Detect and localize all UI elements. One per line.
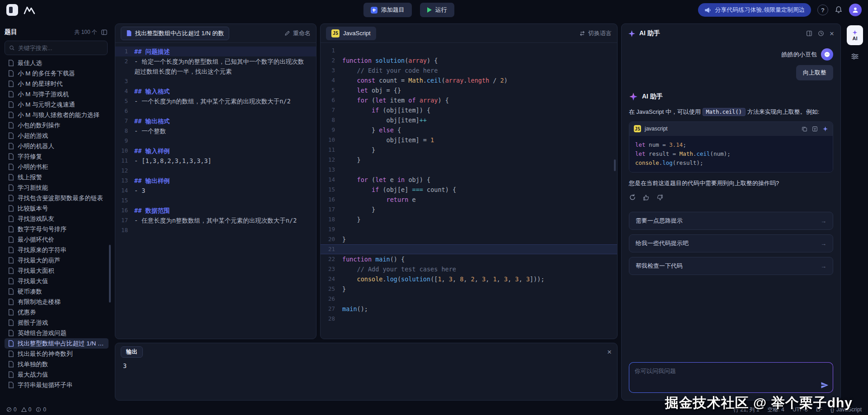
code-lines[interactable]: 1 2function solution(array) {3 // Edit y…	[321, 43, 617, 339]
sidebar-item[interactable]: 最大战力值	[5, 369, 108, 380]
editor-scrollbar[interactable]	[614, 159, 616, 171]
search-input[interactable]	[18, 45, 103, 51]
sidebar-item[interactable]: 线上报警	[5, 172, 108, 182]
bell-icon[interactable]	[835, 6, 843, 14]
code-line[interactable]: 27main();	[321, 304, 617, 314]
tab-javascript[interactable]: JS JavaScript	[326, 27, 376, 40]
markdown-line[interactable]: 3	[115, 76, 316, 86]
send-icon[interactable]	[821, 381, 829, 389]
code-line[interactable]: 19	[321, 224, 617, 234]
encoding[interactable]: UTF-8	[793, 406, 808, 413]
copy-code-icon[interactable]	[802, 126, 807, 132]
sidebar-item[interactable]: 小 M 的星球时代	[5, 79, 108, 89]
code-line[interactable]: 16 return e	[321, 195, 617, 205]
markdown-line[interactable]: 1## 问题描述	[115, 47, 316, 56]
settings-icon[interactable]	[851, 52, 859, 61]
code-line[interactable]: 25}	[321, 284, 617, 294]
sidebar-item[interactable]: 优惠券	[5, 307, 108, 317]
ai-question-input[interactable]	[629, 363, 833, 392]
sidebar-item[interactable]: 找出最长的神奇数列	[5, 349, 108, 359]
sidebar-item[interactable]: 寻找游戏队友	[5, 214, 108, 224]
cursor-position[interactable]: 行 21, 列 1	[733, 406, 759, 414]
sidebar-item[interactable]: 找单独的数	[5, 359, 108, 369]
sidebar-item[interactable]: 字符串最短循环子串	[5, 380, 108, 390]
ai-toggle-button[interactable]: AI	[847, 25, 863, 45]
close-output-icon[interactable]: ×	[607, 348, 612, 356]
sidebar-item[interactable]: 小包的数列操作	[5, 120, 108, 131]
code-line[interactable]: 24 console.log(solution([1, 3, 8, 2, 3, …	[321, 274, 617, 284]
sidebar-item[interactable]: 比较版本号	[5, 203, 108, 214]
code-line[interactable]: 8 obj[item]++	[321, 115, 617, 125]
sidebar-item[interactable]: 小 M 与狼人拯救者的能力选择	[5, 110, 108, 120]
promo-banner[interactable]: 分享代码练习体验,领限量定制周边	[698, 3, 811, 17]
errors-indicator[interactable]: 0	[6, 406, 17, 413]
ai-suggestion-button[interactable]: 需要一点思路提示→	[629, 212, 833, 230]
code-line[interactable]: 2function solution(array) {	[321, 56, 617, 65]
eol[interactable]: LF	[816, 406, 822, 413]
markdown-lines[interactable]: 1## 问题描述2- 给定一个长度为n的整型数组，已知其中一个数字的出现次数超过…	[115, 43, 316, 339]
sidebar-item[interactable]: 小 M 与元明之魂速通	[5, 99, 108, 110]
code-line[interactable]: 15 if (obj[e] === count) {	[321, 185, 617, 195]
code-line[interactable]: 28	[321, 314, 617, 324]
thumbs-up-icon[interactable]	[643, 194, 650, 201]
expand-panel-icon[interactable]	[806, 30, 812, 37]
markdown-line[interactable]: 14- 3	[115, 186, 316, 196]
code-line[interactable]: 12 }	[321, 155, 617, 165]
warnings-indicator[interactable]: 0	[21, 406, 32, 413]
code-line[interactable]: 4 const count = Math.ceil(array.length /…	[321, 75, 617, 85]
sidebar-item[interactable]: 寻找最大面积	[5, 266, 108, 276]
code-line[interactable]: 22function main() {	[321, 254, 617, 264]
markdown-line[interactable]: 17- 任意长度为n整数数组，其中某个元素的出现次数大于n/2	[115, 215, 316, 225]
markdown-line[interactable]: 7## 输出格式	[115, 116, 316, 126]
sidebar-item[interactable]: 学习新技能	[5, 182, 108, 193]
code-line[interactable]: 21	[321, 244, 617, 254]
sidebar-item[interactable]: 最佳人选	[5, 58, 108, 68]
code-line[interactable]: 6 for (let item of array) {	[321, 95, 617, 105]
help-icon[interactable]: ?	[817, 5, 828, 15]
code-line[interactable]: 14 for (let e in obj) {	[321, 175, 617, 185]
history-icon[interactable]	[818, 30, 824, 37]
sidebar-item[interactable]: 寻找最大值	[5, 276, 108, 286]
code-line[interactable]: 10 obj[item] = 1	[321, 135, 617, 145]
markdown-line[interactable]: 8- 一个整数	[115, 126, 316, 136]
sidebar-item[interactable]: 硬币凑数	[5, 286, 108, 297]
sidebar-scrollbar[interactable]	[109, 245, 111, 303]
sidebar-item[interactable]: 英雄组合游戏问题	[5, 328, 108, 338]
sidebar-item[interactable]: 小 M 的多任务下载器	[5, 68, 108, 79]
code-line[interactable]: 26	[321, 294, 617, 304]
thumbs-down-icon[interactable]	[656, 194, 663, 201]
switch-language-button[interactable]: 切换语言	[579, 29, 612, 37]
code-line[interactable]: 17 }	[321, 205, 617, 214]
markdown-line[interactable]: 9	[115, 136, 316, 146]
sidebar-item[interactable]: 小明的书柜	[5, 162, 108, 172]
app-icon[interactable]	[6, 4, 18, 16]
markdown-line[interactable]: 10## 输入样例	[115, 146, 316, 156]
code-line[interactable]: 3 // Edit your code here	[321, 65, 617, 75]
sidebar-item[interactable]: 有限制地走楼梯	[5, 297, 108, 307]
regenerate-icon[interactable]	[629, 194, 636, 201]
code-line[interactable]: 18 }	[321, 214, 617, 224]
sidebar-item[interactable]: 小明的机器人	[5, 141, 108, 151]
code-line[interactable]: 23 // Add your test cases here	[321, 264, 617, 274]
problem-title-chip[interactable]: 找出整型数组中占比超过 1/N 的数	[121, 27, 229, 40]
markdown-line[interactable]: 4## 输入格式	[115, 86, 316, 96]
code-line[interactable]: 20}	[321, 234, 617, 244]
ai-suggestion-button[interactable]: 帮我检查一下代码→	[629, 257, 833, 275]
apply-code-icon[interactable]	[822, 126, 828, 132]
markdown-line[interactable]: 13## 输出样例	[115, 176, 316, 186]
sidebar-item[interactable]: 小超的游戏	[5, 131, 108, 141]
sidebar-item[interactable]: 摇骰子游戏	[5, 317, 108, 328]
code-line[interactable]: 11 }	[321, 145, 617, 155]
markdown-line[interactable]: 15	[115, 196, 316, 205]
user-message-bubble[interactable]: 向上取整	[796, 65, 833, 80]
code-line[interactable]: 9 } else {	[321, 125, 617, 135]
ai-code-lines[interactable]: let num = 3.14;let result = Math.ceil(nu…	[629, 136, 833, 172]
sidebar-item[interactable]: 找出整型数组中占比超过 1/N 的数	[5, 338, 108, 349]
code-line[interactable]: 13	[321, 165, 617, 175]
logo-mountain-icon[interactable]	[23, 4, 36, 16]
code-line[interactable]: 7 if (obj[item]) {	[321, 105, 617, 115]
rename-button[interactable]: 重命名	[284, 29, 311, 37]
sidebar-item[interactable]: 字符修复	[5, 151, 108, 162]
markdown-line[interactable]: 5- 一个长度为n的数组，其中某个元素的出现次数大于n/2	[115, 96, 316, 106]
markdown-line[interactable]: 2- 给定一个长度为n的整型数组，已知其中一个数字的出现次数超过数组长度的一半，…	[115, 56, 316, 76]
